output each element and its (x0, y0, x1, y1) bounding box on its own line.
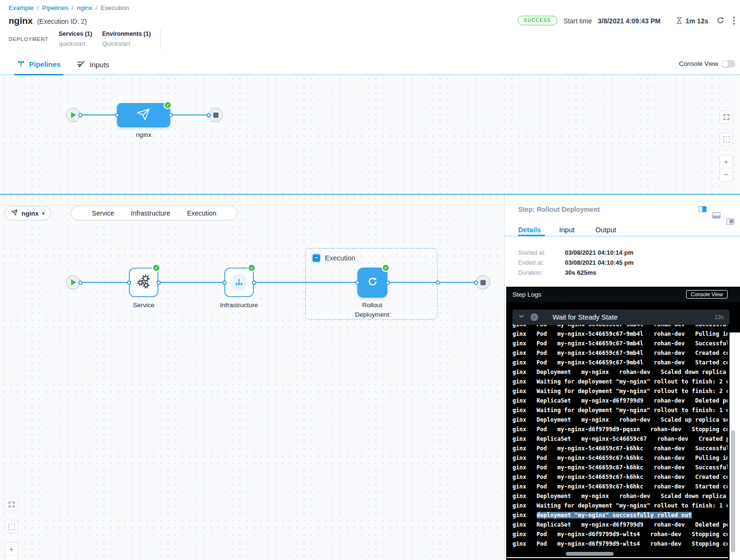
stage-selector-label: nginx (21, 210, 39, 217)
canvas-fullscreen-button[interactable] (5, 498, 18, 511)
header-divider (160, 30, 161, 49)
log-line: ginx ReplicaSet my-nginx-d6f9799d9 rohan… (512, 520, 728, 529)
stage-tab-execution[interactable]: Execution (187, 209, 216, 217)
log-line: ginx Pod my-nginx-5c46659c67-9mb4l rohan… (512, 329, 728, 339)
tab-pipelines-label: Pipelines (29, 60, 61, 68)
breadcrumb-separator: / (37, 4, 39, 11)
layout-split-bottom-button[interactable] (712, 212, 720, 218)
log-line: ginx Pod my-nginx-d6f9799d9-pqsxn rohan-… (512, 425, 728, 434)
refresh-button[interactable] (716, 16, 725, 27)
horizontal-scrollbar-thumb[interactable] (566, 552, 614, 556)
refresh-icon (366, 276, 379, 290)
layout-icon-fill (730, 219, 733, 223)
deployment-label: DEPLOYMENT (9, 36, 48, 42)
canvas-fullscreen-button[interactable] (719, 110, 733, 124)
stage-node-label: nginx (115, 131, 172, 138)
breadcrumb-current: Execution (101, 4, 129, 11)
detail-value: 30s 625ms (565, 269, 596, 276)
layout-split-right-button[interactable] (698, 206, 707, 212)
marquee-icon (9, 524, 15, 530)
edge-port (386, 280, 390, 285)
canvas-zoom-in-button[interactable]: + (5, 542, 18, 556)
edge-port (436, 280, 440, 285)
console-view-button[interactable]: Console View (686, 290, 728, 299)
stop-icon (480, 280, 486, 285)
marquee-icon (723, 136, 730, 143)
step-node-rollout-deployment[interactable] (357, 268, 387, 298)
pipeline-canvas-stage[interactable]: nginx ▾ Service Infrastructure Execution… (0, 195, 504, 560)
log-line: ginx Waiting for deployment "my-nginx" r… (512, 405, 728, 415)
tab-output[interactable]: Output (595, 226, 616, 234)
pipeline-canvas-top[interactable]: ✓ nginx + − (0, 75, 740, 194)
tab-details[interactable]: Details (518, 226, 541, 234)
edge-port (127, 280, 131, 285)
log-line: ginx Pod my-nginx-5c46659c67-k6hkc rohan… (512, 482, 728, 491)
log-console[interactable]: ginx Pod my-nginx-5c46659c67-9mb4l rohan… (506, 302, 740, 560)
log-line: ginx Pod my-nginx-5c46659c67-9mb4l rohan… (512, 358, 728, 367)
console-view-toggle[interactable] (721, 60, 735, 68)
detail-label: Duration: (518, 270, 542, 276)
step-node-service[interactable] (129, 268, 158, 297)
canvas-zoom-in-button[interactable]: + (719, 155, 733, 168)
canvas-zoom-out-button[interactable]: − (719, 168, 733, 182)
plus-icon: + (9, 545, 14, 553)
log-section-duration: 13s (715, 314, 724, 321)
stage-tab-service[interactable]: Service (92, 209, 115, 217)
tab-inputs-label: Inputs (90, 61, 109, 69)
success-check-badge: ✓ (382, 264, 390, 272)
log-section-header[interactable]: ✓ Wait for Steady State 13s (512, 310, 730, 325)
layout-icon-fill (713, 216, 720, 218)
pipeline-edge (170, 114, 208, 115)
console-view-label: Console View (679, 60, 718, 67)
log-line: ginx Pod my-nginx-5c46659c67-9mb4l rohan… (512, 339, 728, 348)
app-root: Example/Pipelines/nginx/Execution nginx … (0, 0, 740, 560)
stage-selector-dropdown[interactable]: nginx ▾ (5, 206, 51, 220)
end-node[interactable] (208, 108, 223, 122)
log-line: ginx Pod my-nginx-5c46659c67-k6hkc rohan… (512, 453, 728, 463)
step-node-infrastructure[interactable] (224, 268, 254, 297)
environments-summary: Environments (1) Quickstart (102, 31, 151, 47)
canvas-select-button[interactable] (719, 133, 733, 146)
step-logs-bar: Step Logs Console View (506, 287, 740, 302)
log-line: ginx Deployment my-nginx rohan-dev Scale… (512, 415, 728, 425)
more-options-button[interactable]: ⋮ (730, 16, 739, 25)
chevron-down-icon[interactable] (518, 313, 525, 321)
edge-port (168, 113, 173, 117)
breadcrumb: Example/Pipelines/nginx/Execution (9, 4, 129, 11)
services-label: Services (1) (59, 31, 92, 37)
edge-port (78, 113, 83, 117)
vertical-scrollbar-track[interactable] (730, 332, 740, 560)
log-line: ginx deployment "my-nginx" successfully … (512, 510, 728, 520)
edge-port (156, 280, 161, 285)
layout-panel-right-button[interactable] (726, 218, 734, 225)
tab-inputs[interactable]: Inputs (76, 59, 109, 70)
paper-plane-icon (136, 107, 151, 124)
log-line: ginx Pod my-nginx-d6f9799d9-wlts4 rohan-… (512, 529, 728, 539)
end-node[interactable] (476, 275, 490, 290)
canvas-select-button[interactable] (5, 520, 18, 533)
breadcrumb-link-nginx[interactable]: nginx (77, 4, 92, 11)
log-line: ginx Waiting for deployment "my-nginx" r… (512, 501, 728, 510)
start-time-value: 3/8/2021 4:09:43 PM (598, 17, 661, 25)
stop-icon (213, 113, 219, 118)
plus-icon: + (724, 158, 729, 166)
canvas-zoom-out-button[interactable]: − (5, 556, 18, 560)
play-icon (71, 280, 76, 285)
stage-tab-infrastructure[interactable]: Infrastructure (131, 209, 170, 217)
breadcrumb-link-example[interactable]: Example (9, 4, 34, 11)
breadcrumb-link-pipelines[interactable]: Pipelines (42, 4, 68, 11)
stage-node-nginx[interactable] (117, 103, 170, 127)
tab-input[interactable]: Input (559, 226, 574, 234)
edge-port (207, 113, 211, 117)
detail-label: Started at: (518, 249, 546, 256)
detail-value: 03/08/2021 04:10:45 pm (565, 259, 634, 266)
stage-tab-group: Service Infrastructure Execution (71, 206, 238, 220)
step-logs-label: Step Logs (512, 291, 542, 298)
panel-active-tab-indicator (518, 235, 545, 236)
tab-pipelines[interactable]: Pipelines (17, 59, 61, 69)
hourglass-icon (675, 16, 683, 27)
detail-value: 03/08/2021 04:10:14 pm (565, 249, 634, 256)
execution-id: (Execution ID: 2) (37, 18, 87, 25)
vertical-scrollbar-thumb[interactable] (731, 430, 735, 552)
edge-port (355, 280, 360, 285)
